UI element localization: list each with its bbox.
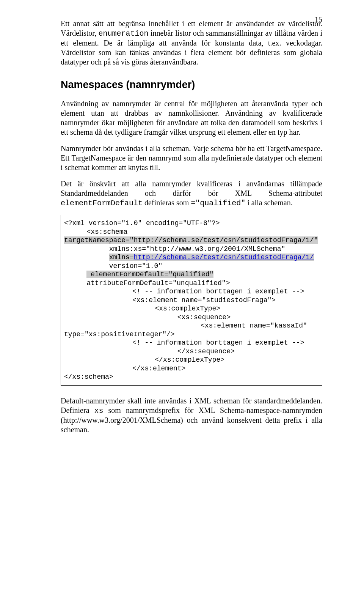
paragraph: Användning av namnrymder är central för … bbox=[61, 99, 322, 137]
text: i alla scheman. bbox=[245, 198, 292, 207]
url-link[interactable]: http://schema.se/test/csn/studiestodFrag… bbox=[134, 254, 314, 261]
code-inline: ="qualified" bbox=[191, 199, 245, 208]
code-line: <xs:schema bbox=[86, 228, 127, 236]
intro-paragraph: Ett annat sätt att begränsa innehållet i… bbox=[61, 19, 322, 67]
code-line: <?xml version="1.0" encoding="UTF-8"?> bbox=[64, 219, 220, 227]
highlighted-code: elementFormDefault="qualified" bbox=[86, 271, 213, 278]
paragraph: Namnrymder bör användas i alla scheman. … bbox=[61, 144, 322, 172]
code-line: attributeFormDefault="unqualified"> bbox=[86, 279, 230, 287]
code-inline: xs bbox=[94, 406, 104, 415]
code-line: </xs:element> bbox=[132, 365, 185, 372]
text: definieras som bbox=[143, 198, 191, 207]
code-line: xmlns:xs="http://www.w3.org/2001/XMLSche… bbox=[109, 245, 285, 253]
code-line: <! -- information borttagen i exemplet -… bbox=[132, 288, 304, 295]
code-line: <! -- information borttagen i exemplet -… bbox=[132, 339, 304, 346]
section-heading: Namespaces (namnrymder) bbox=[61, 79, 322, 91]
code-line: <xs:element name="kassaId" bbox=[201, 322, 307, 329]
highlighted-code: targetNamespace="http://schema.se/test/c… bbox=[64, 236, 318, 244]
code-inline: enumeration bbox=[99, 29, 149, 38]
paragraph: Det är önskvärt att alla namnrymder kval… bbox=[61, 179, 322, 208]
code-line: </xs:schema> bbox=[64, 373, 113, 381]
document-page: 15 Ett annat sätt att begränsa innehålle… bbox=[0, 0, 364, 600]
paragraph: Default-namnrymder skall inte användas i… bbox=[61, 396, 322, 435]
code-line: <xs:sequence> bbox=[177, 313, 231, 321]
code-line: version="1.0" bbox=[109, 262, 162, 270]
text: Det är önskvärt att alla namnrymder kval… bbox=[61, 180, 322, 197]
code-line: <xs:complexType> bbox=[155, 305, 220, 312]
text: elementFormDefault="qualified" bbox=[91, 271, 213, 278]
page-number: 15 bbox=[315, 15, 322, 24]
code-line: </xs:complexType> bbox=[155, 356, 224, 364]
highlighted-code: xmlns=http://schema.se/test/csn/studiest… bbox=[109, 254, 314, 261]
code-line: </xs:sequence> bbox=[177, 348, 235, 355]
code-inline: elementFormDefault bbox=[61, 199, 143, 208]
code-line: <xs:element name="studiestodFraga"> bbox=[132, 296, 276, 304]
text: xmlns= bbox=[109, 254, 134, 261]
code-line: type="xs:positiveInteger"/> bbox=[64, 331, 175, 338]
code-block: <?xml version="1.0" encoding="UTF-8"?> <… bbox=[61, 215, 322, 386]
